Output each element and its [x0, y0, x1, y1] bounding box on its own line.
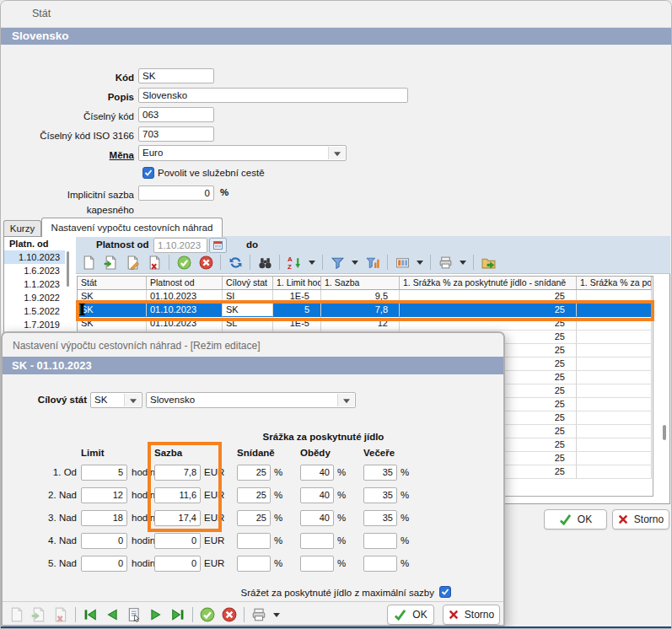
chevron-down-icon	[130, 399, 137, 403]
confirm-icon[interactable]	[200, 607, 215, 622]
ok-button[interactable]: OK	[544, 509, 607, 530]
column-chooser-icon[interactable]	[395, 255, 410, 270]
nav-next-icon[interactable]	[148, 607, 164, 622]
nav-last-icon[interactable]	[170, 607, 185, 622]
obedy-input[interactable]	[300, 556, 334, 572]
date-list-item[interactable]: 1.1.2023	[4, 277, 65, 291]
record-list-icon[interactable]	[126, 607, 142, 622]
obedy-input[interactable]: 40	[300, 510, 334, 526]
edit-record-icon[interactable]	[125, 255, 140, 270]
vecere-input[interactable]	[363, 533, 397, 549]
open-record-icon[interactable]	[103, 255, 118, 270]
cilovy-stat-name-combo[interactable]: Slovensko	[146, 392, 356, 408]
table-cell	[577, 290, 652, 304]
dates-scrollbar[interactable]	[67, 251, 69, 287]
sazba-input[interactable]: 11,6	[154, 487, 201, 503]
chevron-down-icon[interactable]	[417, 261, 423, 265]
eur-unit-label: EUR	[204, 558, 224, 568]
limit-input[interactable]: 18	[81, 510, 127, 526]
snidane-input[interactable]	[237, 556, 271, 572]
table-cell: 1E-5	[273, 290, 321, 304]
sort-az-icon[interactable]: AZ	[287, 255, 302, 270]
dialog-ok-button[interactable]: OK	[387, 605, 434, 625]
mena-dropdown-button[interactable]	[328, 147, 345, 159]
obedy-input[interactable]	[300, 533, 334, 549]
vecere-input[interactable]: 35	[363, 465, 397, 481]
x-icon	[618, 514, 628, 524]
dialog-storno-button[interactable]: Storno	[443, 605, 500, 625]
mena-combo[interactable]: Euro	[138, 145, 347, 161]
kod-input[interactable]: SK	[138, 68, 214, 83]
snidane-input[interactable]: 25	[237, 510, 271, 526]
chevron-down-icon[interactable]	[460, 261, 466, 265]
mena-label[interactable]: Měna	[18, 148, 134, 163]
popis-input[interactable]: Slovensko	[138, 88, 408, 103]
vecere-input[interactable]: 35	[363, 487, 397, 503]
chevron-down-icon[interactable]	[309, 261, 315, 265]
table-row[interactable]: SK01.10.2023SI1E-59,525	[78, 290, 653, 304]
povolit-checkbox[interactable]	[142, 167, 154, 179]
sazba-input[interactable]: 17,4	[154, 510, 201, 526]
sazba-input[interactable]: 0	[154, 533, 201, 549]
snidane-input[interactable]	[237, 533, 271, 549]
platnost-od-input[interactable]: 1.10.2023	[153, 238, 207, 253]
implicit-sazba-input[interactable]: 0	[138, 185, 214, 201]
limit-input[interactable]: 0	[81, 556, 127, 572]
grid-toolbar: AZ	[81, 255, 496, 270]
refresh-icon[interactable]	[228, 255, 243, 270]
chevron-down-icon[interactable]	[273, 613, 280, 617]
date-list-item[interactable]: 1.5.2022	[4, 304, 65, 318]
filter-graph-icon[interactable]	[365, 255, 380, 270]
sazba-input[interactable]: 7,8	[154, 465, 201, 481]
delete-record-icon[interactable]	[147, 255, 162, 270]
toolbar-separator	[220, 255, 221, 270]
limit-input[interactable]: 0	[81, 533, 127, 549]
sazba-column-label: Sazba	[154, 448, 201, 458]
eur-unit-label: EUR	[204, 467, 224, 477]
obedy-input[interactable]: 40	[300, 487, 334, 503]
limit-input[interactable]: 12	[81, 487, 127, 503]
srazet-checkbox[interactable]	[439, 586, 451, 598]
sazba-input[interactable]: 0	[154, 556, 201, 572]
chevron-down-icon[interactable]	[352, 261, 358, 265]
toolbar-separator	[244, 607, 245, 622]
print-icon[interactable]	[251, 607, 266, 622]
cilovy-name-dropdown-button[interactable]	[337, 394, 354, 406]
platnost-od-label: Platnost od	[96, 239, 149, 250]
obedy-input[interactable]: 40	[300, 465, 334, 481]
new-document-icon[interactable]	[81, 255, 96, 270]
cilovy-code-dropdown-button[interactable]	[124, 394, 141, 406]
search-binoculars-icon[interactable]	[257, 255, 272, 270]
date-list-item[interactable]: 1.9.2022	[4, 291, 65, 304]
vecere-input[interactable]	[363, 556, 397, 572]
filter-icon[interactable]	[330, 255, 345, 270]
cilovy-stat-code-combo[interactable]: SK	[90, 392, 142, 408]
table-row[interactable]: SK01.10.2023SK57,825	[78, 304, 653, 317]
date-list-item[interactable]: 1.6.2023	[4, 264, 65, 277]
limit-input[interactable]: 5	[81, 465, 127, 481]
snidane-input[interactable]: 25	[237, 465, 271, 481]
snidane-input[interactable]: 25	[237, 487, 271, 503]
cancel-icon[interactable]	[198, 255, 213, 270]
tab-nastaveni-nahrad[interactable]: Nastavení vypočtu cestovních náhrad	[41, 218, 223, 237]
nav-prev-icon[interactable]	[105, 607, 120, 622]
iso-kod-input[interactable]: 703	[138, 126, 214, 142]
table-row[interactable]: SK01.10.2023SL1E-51225	[78, 317, 653, 331]
tab-kurzy[interactable]: Kurzy	[3, 220, 41, 237]
calendar-button[interactable]	[209, 238, 227, 253]
ciselny-kod-input[interactable]: 063	[138, 107, 214, 122]
date-list-item[interactable]: 1.10.2023	[4, 250, 65, 264]
export-folder-icon[interactable]	[481, 255, 496, 270]
table-cell	[577, 304, 652, 317]
table-cell: SK	[78, 290, 147, 304]
vecere-input[interactable]: 35	[363, 510, 397, 526]
date-list-item[interactable]: 1.7.2019	[4, 318, 65, 331]
kod-label: Kód	[18, 70, 134, 85]
storno-button[interactable]: Storno	[612, 509, 669, 530]
percent-label: %	[401, 467, 409, 477]
nav-first-icon[interactable]	[83, 607, 98, 622]
table-vscrollbar[interactable]	[663, 425, 666, 440]
print-icon[interactable]	[438, 255, 453, 270]
confirm-icon[interactable]	[176, 255, 191, 270]
cancel-icon[interactable]	[222, 607, 237, 622]
